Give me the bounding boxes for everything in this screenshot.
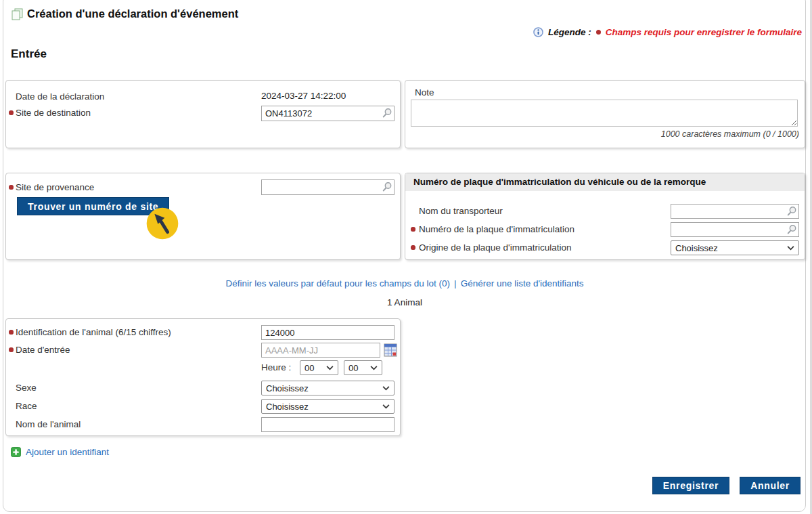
required-dot [411, 227, 415, 232]
required-dot [9, 330, 14, 335]
info-icon[interactable] [533, 27, 543, 37]
declaration-date-value: 2024-03-27 14:22:00 [261, 91, 346, 101]
note-label: Note [415, 87, 434, 98]
click-indicator [145, 207, 179, 240]
entry-date-label: Date d'entrée [16, 345, 70, 355]
chevron-down-icon [382, 404, 390, 409]
note-box: Note 1000 caractères maximum (0 / 1000) [405, 80, 805, 148]
entry-date-input[interactable] [261, 343, 380, 358]
set-defaults-link[interactable]: Définir les valeurs par défaut pour les … [225, 278, 450, 288]
animal-name-field [261, 417, 394, 432]
save-button[interactable]: Enregistrer [652, 477, 729, 494]
entry-date-field [261, 343, 380, 358]
animal-count: 1 Animal [5, 297, 804, 307]
hour-select-value: 00 [304, 363, 314, 373]
required-dot [9, 185, 14, 190]
transporter-field [671, 204, 799, 219]
breed-select-value: Choisissez [266, 402, 309, 412]
legend-label: Légende : [548, 27, 591, 37]
provenance-site-input[interactable] [261, 179, 394, 195]
chevron-down-icon [382, 386, 390, 391]
page: Création d'une déclaration d'événement L… [0, 0, 812, 514]
plate-origin-select[interactable]: Choisissez [671, 240, 799, 255]
search-icon[interactable] [786, 206, 797, 217]
plate-number-input[interactable] [671, 222, 799, 237]
minute-select-value: 00 [348, 363, 358, 373]
breed-label: Race [16, 401, 37, 411]
animal-id-field [261, 325, 394, 340]
animal-id-label: Identification de l'animal (6/15 chiffre… [16, 327, 171, 337]
search-icon[interactable] [382, 108, 392, 119]
sex-select-value: Choisissez [266, 383, 309, 393]
plate-origin-select-value: Choisissez [675, 243, 718, 253]
animal-name-label: Nom de l'animal [16, 419, 81, 429]
chevron-down-icon [326, 366, 334, 370]
animal-box: Identification de l'animal (6/15 chiffre… [5, 318, 401, 436]
plate-box: Numéro de plaque d'immatriculation du vé… [405, 173, 805, 260]
add-identifier-label: Ajouter un identifiant [26, 447, 109, 457]
plus-icon [11, 447, 21, 457]
provenance-site-label: Site de provenance [16, 182, 94, 192]
breed-select[interactable]: Choisissez [261, 399, 394, 414]
animal-name-input[interactable] [261, 417, 394, 432]
calendar-icon[interactable] [384, 343, 397, 357]
section-heading: Entrée [11, 47, 47, 61]
note-textarea[interactable] [411, 100, 798, 127]
required-dot [9, 347, 14, 352]
legend: Légende : Champs requis pour enregistrer… [533, 27, 802, 37]
provenance-box: Site de provenance Trouver un numéro de … [5, 173, 401, 260]
action-buttons: Enregistrer Annuler [652, 477, 800, 494]
sex-label: Sexe [16, 383, 37, 393]
required-dot [9, 110, 14, 115]
chevron-down-icon [370, 366, 378, 370]
destination-site-input[interactable] [261, 106, 394, 121]
required-dot [411, 245, 415, 250]
add-identifier-link[interactable]: Ajouter un identifiant [11, 447, 109, 457]
transporter-label: Nom du transporteur [419, 206, 503, 216]
search-icon[interactable] [786, 224, 797, 235]
chevron-down-icon [787, 246, 794, 251]
search-icon[interactable] [382, 181, 392, 192]
generate-list-link[interactable]: Générer une liste d'identifiants [461, 278, 584, 288]
hour-label: Heure : [261, 362, 291, 372]
legend-required-text: Champs requis pour enregistrer le formul… [606, 27, 802, 37]
link-separator: | [454, 278, 457, 288]
plate-origin-label: Origine de la plaque d'immatriculation [419, 242, 571, 253]
provenance-site-field [261, 179, 394, 195]
minute-select[interactable]: 00 [344, 360, 382, 375]
declaration-box: Date de la déclaration 2024-03-27 14:22:… [5, 80, 401, 148]
transporter-input[interactable] [671, 204, 799, 219]
plate-number-label: Numéro de la plaque d'immatriculation [419, 224, 574, 234]
plate-box-header: Numéro de plaque d'immatriculation du vé… [405, 173, 805, 191]
animal-id-input[interactable] [261, 325, 394, 340]
batch-links-row: Définir les valeurs par défaut pour les … [5, 278, 804, 288]
required-dot [596, 30, 601, 35]
note-char-counter: 1000 caractères maximum (0 / 1000) [661, 129, 799, 139]
destination-site-label: Site de destination [16, 108, 91, 118]
sex-select[interactable]: Choisissez [261, 381, 394, 395]
hour-select[interactable]: 00 [300, 360, 338, 375]
page-title: Création d'une déclaration d'événement [27, 7, 238, 20]
destination-site-field [261, 106, 394, 121]
cancel-button[interactable]: Annuler [740, 477, 800, 494]
document-icon [11, 8, 24, 21]
plate-number-field [671, 222, 799, 237]
declaration-date-label: Date de la déclaration [16, 91, 104, 102]
